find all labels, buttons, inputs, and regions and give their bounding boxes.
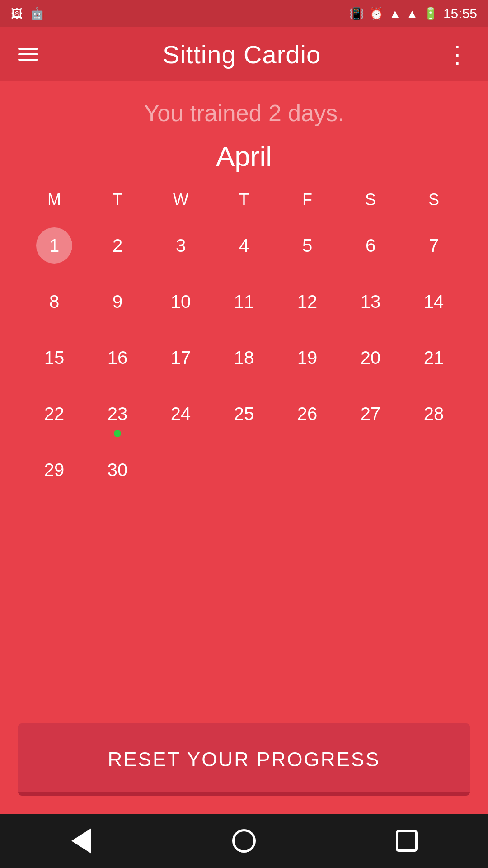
status-bar: 🖼 🤖 📳 ⏰ ▲ ▲ 🔋 15:55 (0, 0, 488, 27)
weekday-fri: F (276, 186, 339, 214)
calendar: M T W T F S S 1 2 3 4 5 6 7 8 9 10 11 12… (23, 186, 465, 497)
calendar-day-2[interactable]: 2 (86, 218, 149, 273)
reset-progress-button[interactable]: RESET YOUR PROGRESS (18, 723, 470, 796)
calendar-day-9[interactable]: 9 (86, 274, 149, 329)
calendar-day-20[interactable]: 20 (339, 330, 402, 385)
more-options-button[interactable]: ⋮ (446, 42, 470, 66)
status-time: 15:55 (443, 6, 477, 21)
calendar-day-23[interactable]: 23 (86, 387, 149, 441)
calendar-day-7[interactable]: 7 (402, 218, 465, 273)
calendar-day-13[interactable]: 13 (339, 274, 402, 329)
weekday-sat: S (339, 186, 402, 214)
training-dot-23 (114, 430, 121, 437)
reset-section: RESET YOUR PROGRESS (0, 710, 488, 814)
status-bar-left-icons: 🖼 🤖 (11, 7, 44, 21)
calendar-day-8[interactable]: 8 (23, 274, 86, 329)
calendar-empty-5 (402, 443, 465, 497)
calendar-day-28[interactable]: 28 (402, 387, 465, 441)
gallery-icon: 🖼 (11, 7, 23, 21)
calendar-day-26[interactable]: 26 (276, 387, 339, 441)
status-bar-right: 📳 ⏰ ▲ ▲ 🔋 15:55 (349, 6, 477, 21)
calendar-header: M T W T F S S (23, 186, 465, 214)
bottom-spacer (0, 510, 488, 710)
calendar-empty-3 (276, 443, 339, 497)
calendar-empty-1 (149, 443, 212, 497)
back-icon (71, 828, 91, 854)
weekday-wed: W (149, 186, 212, 214)
calendar-day-11[interactable]: 11 (212, 274, 276, 329)
hamburger-menu-button[interactable] (18, 48, 38, 61)
calendar-day-29[interactable]: 29 (23, 443, 86, 497)
calendar-day-14[interactable]: 14 (402, 274, 465, 329)
calendar-day-4[interactable]: 4 (212, 218, 276, 273)
calendar-day-25[interactable]: 25 (212, 387, 276, 441)
back-button[interactable] (59, 823, 104, 859)
calendar-empty-4 (339, 443, 402, 497)
calendar-day-17[interactable]: 17 (149, 330, 212, 385)
calendar-day-22[interactable]: 22 (23, 387, 86, 441)
signal-icon: ▲ (406, 7, 418, 21)
recents-icon (396, 830, 418, 852)
main-content: You trained 2 days. April M T W T F S S … (0, 81, 488, 510)
calendar-day-5[interactable]: 5 (276, 218, 339, 273)
calendar-day-6[interactable]: 6 (339, 218, 402, 273)
calendar-day-18[interactable]: 18 (212, 330, 276, 385)
recents-button[interactable] (384, 823, 429, 859)
calendar-day-16[interactable]: 16 (86, 330, 149, 385)
calendar-day-15[interactable]: 15 (23, 330, 86, 385)
android-icon: 🤖 (30, 7, 44, 21)
calendar-day-1[interactable]: 1 (23, 218, 86, 273)
month-title: April (216, 140, 272, 172)
weekday-tue: T (86, 186, 149, 214)
weekday-mon: M (23, 186, 86, 214)
app-bar: Sitting Cardio ⋮ (0, 27, 488, 81)
weekday-thu: T (212, 186, 276, 214)
vibrate-icon: 📳 (349, 7, 364, 21)
home-icon (232, 829, 256, 853)
calendar-day-30[interactable]: 30 (86, 443, 149, 497)
calendar-day-12[interactable]: 12 (276, 274, 339, 329)
calendar-day-21[interactable]: 21 (402, 330, 465, 385)
bottom-navigation (0, 814, 488, 868)
trained-days-text: You trained 2 days. (144, 99, 344, 127)
calendar-empty-2 (212, 443, 276, 497)
calendar-day-3[interactable]: 3 (149, 218, 212, 273)
page-title: Sitting Cardio (163, 40, 321, 69)
wifi-icon: ▲ (389, 7, 401, 21)
calendar-day-27[interactable]: 27 (339, 387, 402, 441)
calendar-day-19[interactable]: 19 (276, 330, 339, 385)
weekday-sun: S (402, 186, 465, 214)
home-button[interactable] (221, 823, 267, 859)
calendar-grid: 1 2 3 4 5 6 7 8 9 10 11 12 13 14 15 16 1… (23, 218, 465, 497)
calendar-day-24[interactable]: 24 (149, 387, 212, 441)
calendar-day-10[interactable]: 10 (149, 274, 212, 329)
battery-icon: 🔋 (423, 7, 438, 21)
alarm-icon: ⏰ (369, 7, 384, 21)
